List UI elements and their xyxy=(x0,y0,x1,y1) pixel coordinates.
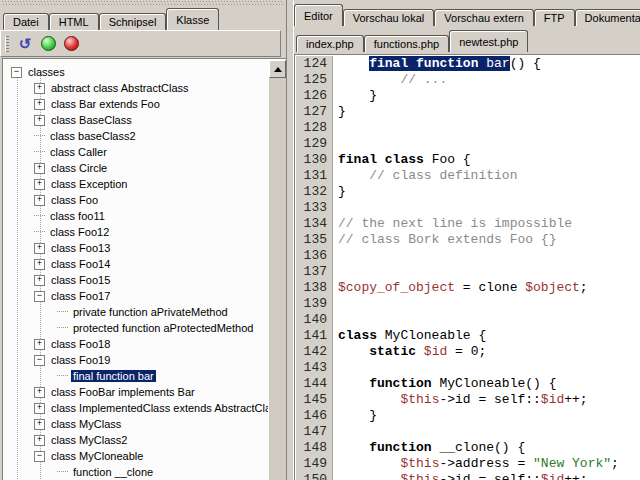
tree-item-label[interactable]: class Circle xyxy=(49,162,109,174)
tree-item[interactable]: class foo11 xyxy=(4,208,268,224)
tree-item[interactable]: +class Foo xyxy=(4,192,268,208)
collapse-icon[interactable]: − xyxy=(34,355,45,366)
code-text: } xyxy=(333,88,377,104)
code-text xyxy=(333,360,338,376)
tree-item-label[interactable]: class Bar extends Foo xyxy=(49,98,162,110)
tree-item-label[interactable]: final function bar xyxy=(71,370,156,382)
tree-item[interactable]: final function bar xyxy=(4,368,268,384)
code-token: // the next line is impossible xyxy=(338,216,572,231)
expand-icon[interactable]: + xyxy=(34,83,45,94)
tree-item[interactable]: +class FooBar implements Bar xyxy=(4,384,268,400)
file-tab-functions-php[interactable]: functions.php xyxy=(364,35,449,52)
tree-item[interactable]: protected function aProtectedMethod xyxy=(4,320,268,336)
tree-item-label[interactable]: class foo11 xyxy=(48,210,107,222)
tab-schnipsel[interactable]: Schnipsel xyxy=(99,13,167,30)
tree-item-label[interactable]: class Foo18 xyxy=(49,338,112,350)
tab-dokumentation[interactable]: Dokumentation xyxy=(575,9,640,26)
tree-item-label[interactable]: class MyCloneable xyxy=(49,450,145,462)
tree-item-label[interactable]: class Foo xyxy=(49,194,100,206)
tree-item-label[interactable]: class Foo17 xyxy=(49,290,112,302)
tree-item[interactable]: class Foo12 xyxy=(4,224,268,240)
collapse-icon[interactable]: − xyxy=(34,451,45,462)
code-token: ->id = self:: xyxy=(439,472,540,480)
tree-item-label[interactable]: class BaseClass xyxy=(49,114,134,126)
tree-item-label[interactable]: abstract class AbstractClass xyxy=(49,82,191,94)
expand-icon[interactable]: + xyxy=(34,403,45,414)
tree-item[interactable]: +class Foo18 xyxy=(4,336,268,352)
refresh-button[interactable]: ↺ xyxy=(15,34,35,54)
tree-item[interactable]: +class Foo14 xyxy=(4,256,268,272)
tree-item-label[interactable]: class Foo19 xyxy=(49,354,112,366)
tree-item[interactable]: −class MyCloneable xyxy=(4,448,268,464)
collapse-icon[interactable]: − xyxy=(11,67,22,78)
tab-datei[interactable]: Datei xyxy=(3,13,49,30)
tree-item[interactable]: +class ImplementedClass extends Abstract… xyxy=(4,400,268,416)
toolbar-grip[interactable] xyxy=(5,36,9,52)
tree-item-label[interactable]: class MyClass2 xyxy=(49,434,129,446)
tree-item[interactable]: +class BaseClass xyxy=(4,112,268,128)
line-number: 148 xyxy=(296,440,333,456)
tree-item[interactable]: +class Foo13 xyxy=(4,240,268,256)
code-line: 141class MyCloneable { xyxy=(296,328,640,344)
panel-grip[interactable] xyxy=(2,1,284,5)
expand-icon[interactable]: + xyxy=(34,115,45,126)
collapse-icon[interactable]: − xyxy=(34,291,45,302)
line-number: 137 xyxy=(296,264,333,280)
expand-icon[interactable]: + xyxy=(34,419,45,430)
tree-item-label[interactable]: class baseClass2 xyxy=(48,130,138,142)
tree-item-label[interactable]: classes xyxy=(26,66,67,78)
tree-item-label[interactable]: class Caller xyxy=(48,146,109,158)
code-editor[interactable]: 124 final function bar() {125 // ...126 … xyxy=(294,54,640,480)
tree-item[interactable]: +abstract class AbstractClass xyxy=(4,80,268,96)
expand-icon[interactable]: + xyxy=(34,435,45,446)
tab-ftp[interactable]: FTP xyxy=(534,9,575,26)
tree-item[interactable]: −class Foo17 xyxy=(4,288,268,304)
tree-item[interactable]: +class Foo15 xyxy=(4,272,268,288)
tree-item-label[interactable]: class FooBar implements Bar xyxy=(49,386,197,398)
expand-icon[interactable]: + xyxy=(34,179,45,190)
code-text: } xyxy=(333,104,346,120)
tree-item-label[interactable]: class Foo15 xyxy=(49,274,112,286)
file-tab-index-php[interactable]: index.php xyxy=(296,35,364,52)
stop-button[interactable] xyxy=(61,34,81,54)
expand-icon[interactable]: + xyxy=(34,163,45,174)
tree-item[interactable]: class baseClass2 xyxy=(4,128,268,144)
tree-item[interactable]: class Caller xyxy=(4,144,268,160)
tree-item-label[interactable]: class Exception xyxy=(49,178,129,190)
tree-item[interactable]: +class Bar extends Foo xyxy=(4,96,268,112)
scroll-up-button[interactable] xyxy=(269,60,286,78)
tree-item[interactable]: −classes xyxy=(4,64,268,80)
expand-icon[interactable]: + xyxy=(34,99,45,110)
file-tab-newtest-php[interactable]: newtest.php xyxy=(449,30,528,52)
tab-vorschau-lokal[interactable]: Vorschau lokal xyxy=(343,9,435,26)
code-line: 142 static $id = 0; xyxy=(296,344,640,360)
tree-item-label[interactable]: class Foo12 xyxy=(48,226,111,238)
tree-item-label[interactable]: class Foo13 xyxy=(49,242,112,254)
tree-item-label[interactable]: function __clone xyxy=(71,466,155,478)
expand-icon[interactable]: + xyxy=(34,387,45,398)
expand-icon[interactable]: + xyxy=(34,243,45,254)
expand-icon[interactable]: + xyxy=(34,195,45,206)
tab-html[interactable]: HTML xyxy=(49,13,99,30)
tree-item-label[interactable]: protected function aProtectedMethod xyxy=(71,322,255,334)
tree-item-label[interactable]: private function aPrivateMethod xyxy=(71,306,230,318)
expand-icon[interactable]: + xyxy=(34,259,45,270)
tree-item[interactable]: −class Foo19 xyxy=(4,352,268,368)
tab-vorschau-extern[interactable]: Vorschau extern xyxy=(434,9,534,26)
expand-icon[interactable]: + xyxy=(34,275,45,286)
code-text: final function bar() { xyxy=(333,56,541,72)
tree-item-label[interactable]: class Foo14 xyxy=(49,258,112,270)
tree-item[interactable]: function __clone xyxy=(4,464,268,480)
tab-klasse[interactable]: Klasse xyxy=(166,8,219,30)
tree-scrollbar[interactable] xyxy=(269,60,286,480)
tab-editor[interactable]: Editor xyxy=(294,4,343,26)
tree-item-label[interactable]: class MyClass xyxy=(49,418,123,430)
tree-item[interactable]: private function aPrivateMethod xyxy=(4,304,268,320)
start-button[interactable] xyxy=(38,34,58,54)
tree-item[interactable]: +class Circle xyxy=(4,160,268,176)
tree-item[interactable]: +class Exception xyxy=(4,176,268,192)
tree-item-label[interactable]: class ImplementedClass extends AbstractC… xyxy=(49,402,268,414)
tree-item[interactable]: +class MyClass2 xyxy=(4,432,268,448)
expand-icon[interactable]: + xyxy=(34,339,45,350)
tree-item[interactable]: +class MyClass xyxy=(4,416,268,432)
